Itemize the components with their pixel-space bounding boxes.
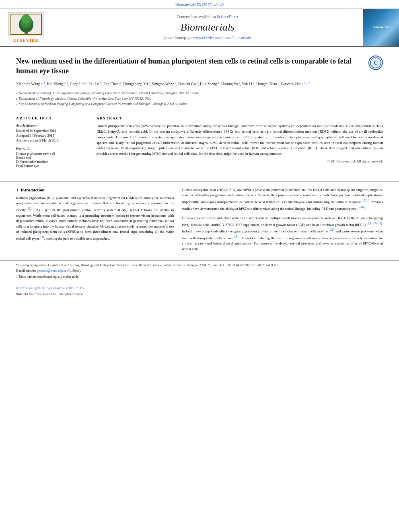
keyword-2: Retina cell [16,156,88,160]
received-date: Received 19 September 2014 [16,129,88,133]
introduction-right-text-2: However, most of these induction systems… [182,216,383,252]
introduction-right-text-1: Human embryonic stem cells (hESCs) and h… [182,187,383,212]
journal-name: Biomaterials [181,21,234,33]
homepage-link[interactable]: www.elsevier.com/locate/biomaterials [193,36,251,40]
journal-citation: Biomaterials 53 (2015) 40–49 [0,0,399,9]
keyword-3: Differentiation medium [16,160,88,164]
footnotes: * Corresponding author. Department of An… [0,260,399,297]
main-content: 1. Introduction Retinitis pigmentosa (RP… [0,187,399,260]
keywords-label: Keywords: [16,146,88,150]
svg-text:C: C [374,60,378,66]
elsevier-logo: ELSEVIER [0,9,52,46]
article-history-label: Article history: [16,123,88,127]
article-info-title: ARTICLE INFO [16,116,88,120]
footnote-corresponding: * Corresponding author. Department of An… [16,263,383,268]
contents-line: Contents lists available at ScienceDirec… [177,15,238,19]
sciencedirect-link[interactable]: ScienceDirect [217,15,238,19]
footnote-equal-contrib: 1 These authors contributed equally to t… [16,275,383,280]
email-link[interactable]: gmzhou@shmu.edu.cn [37,269,67,273]
right-column: Human embryonic stem cells (hESCs) and h… [182,187,383,252]
copyright-line: © 2015 Elsevier Ltd. All rights reserved… [97,159,383,163]
elsevier-brand: ELSEVIER [13,38,39,43]
abstract-title: ABSTRACT [97,116,383,120]
abstract-text: Human pluripotent stem cells (hPSCs) hav… [97,123,383,157]
introduction-header: 1. Introduction [16,187,174,192]
svg-point-4 [22,14,30,24]
footnote-doi[interactable]: http://dx.doi.org/10.1016/j.biomaterials… [16,286,383,291]
authors-list: Xiaobing Wang a, 1, Kai Xiong a, 1, Cong… [16,81,383,87]
journal-thumbnail: Biomaterials [363,9,399,46]
crossmark-icon[interactable]: C [368,55,383,70]
keyword-4: Fetal human eye [16,164,88,168]
paper-title: New medium used in the differentiation o… [16,56,383,76]
accepted-date: Accepted 14 February 2015 [16,134,88,138]
journal-thumb-label: Biomaterials [372,25,389,29]
footnote-issn: 0142-9612/© 2015 Elsevier Ltd. All right… [16,292,383,297]
homepage-line: journal homepage: www.elsevier.com/locat… [164,36,251,40]
left-column: 1. Introduction Retinitis pigmentosa (RP… [16,187,174,252]
keyword-1: Human pluripotent stem cell [16,152,88,156]
abstract-column: ABSTRACT Human pluripotent stem cells (h… [97,116,383,168]
elsevier-tree-icon [8,12,44,36]
journal-info: Contents lists available at ScienceDirec… [52,9,363,46]
keywords-section: Keywords: Human pluripotent stem cell Re… [16,146,88,168]
paper-content: C New medium used in the differentiation… [0,47,399,176]
affiliations: a Department of Anatomy, Histology and E… [16,90,383,107]
content-divider [0,181,399,182]
available-online-date: Available online 9 March 2015 [16,138,88,142]
journal-header: ELSEVIER Contents lists available at Sci… [0,9,399,47]
introduction-left-text: Retinitis pigmentosa (RP), glaucoma and … [16,195,174,242]
article-info-abstract: ARTICLE INFO Article history: Received 1… [16,112,383,168]
footnote-email: E-mail address: gmzhou@shmu.edu.cn (G. Z… [16,269,383,274]
article-info-column: ARTICLE INFO Article history: Received 1… [16,116,88,168]
